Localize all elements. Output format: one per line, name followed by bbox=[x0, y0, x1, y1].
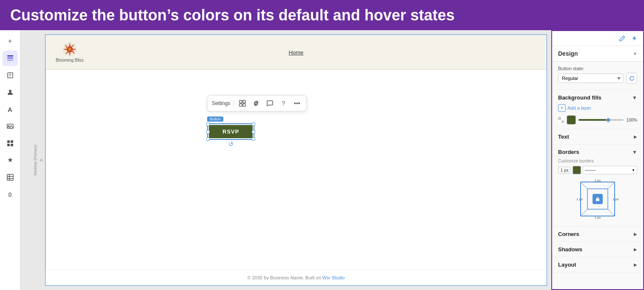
svg-rect-12 bbox=[11, 144, 13, 146]
banner-text: Customize the button’s colors on its def… bbox=[10, 6, 455, 24]
svg-rect-28 bbox=[239, 100, 242, 103]
sidebar-icon-code[interactable]: {} bbox=[3, 187, 18, 202]
toolbar-icon-link[interactable] bbox=[251, 98, 261, 108]
sidebar-icon-interactions[interactable] bbox=[3, 153, 18, 168]
border-style-select[interactable]: ──── ▼ bbox=[583, 166, 637, 174]
rsvp-button-container[interactable]: RSVP bbox=[207, 123, 254, 140]
toolbar-divider bbox=[234, 100, 234, 107]
sidebar-icon-layers[interactable] bbox=[3, 51, 18, 66]
corners-title: Corners bbox=[558, 231, 579, 237]
opacity-slider[interactable] bbox=[578, 119, 624, 121]
border-top-value: 1 px bbox=[594, 179, 601, 182]
svg-rect-11 bbox=[7, 144, 10, 146]
add-layer-button[interactable]: + Add a layer bbox=[558, 104, 591, 112]
svg-point-27 bbox=[68, 48, 71, 51]
site-logo: Blooming Bliss bbox=[56, 42, 84, 63]
svg-rect-9 bbox=[7, 140, 10, 143]
svg-point-6 bbox=[9, 90, 11, 92]
nav-home[interactable]: Home bbox=[289, 49, 304, 56]
layout-title: Layout bbox=[558, 262, 576, 268]
layout-section[interactable]: Layout ▶ bbox=[552, 257, 643, 273]
toolbar-icon-grid[interactable] bbox=[237, 98, 248, 108]
resize-handle-mr[interactable] bbox=[252, 130, 255, 134]
floating-toolbar: Settings bbox=[207, 95, 307, 111]
svg-line-40 bbox=[581, 182, 587, 189]
border-left-value: 1 px bbox=[576, 197, 583, 201]
svg-rect-13 bbox=[7, 174, 13, 180]
opacity-thumb[interactable] bbox=[606, 118, 610, 122]
button-wrapper: Button RSVP ↺ bbox=[207, 114, 254, 140]
footer-text: © 2035 by Business Name. Built on bbox=[248, 275, 321, 280]
sidebar-icon-table[interactable] bbox=[3, 170, 18, 185]
border-lock-button[interactable] bbox=[593, 194, 603, 204]
button-state-row: Regular Hover Pressed Disabled bbox=[558, 73, 637, 84]
resize-handle-tl[interactable] bbox=[206, 122, 210, 126]
logo-image bbox=[62, 42, 77, 57]
resize-handle-tr[interactable] bbox=[252, 122, 255, 126]
text-section-title: Text bbox=[558, 134, 569, 140]
svg-rect-3 bbox=[8, 73, 13, 78]
text-section[interactable]: Text ▶ bbox=[552, 129, 643, 145]
borders-arrow[interactable]: ▼ bbox=[632, 149, 637, 155]
resize-handle-bl[interactable] bbox=[206, 137, 210, 141]
svg-rect-10 bbox=[11, 140, 13, 143]
svg-rect-31 bbox=[243, 104, 245, 106]
bg-fills-arrow[interactable]: ▼ bbox=[632, 95, 637, 101]
panel-title-arrow: ▼ bbox=[633, 51, 637, 56]
site-footer: © 2035 by Business Name. Built on Wix St… bbox=[46, 270, 547, 285]
footer-link[interactable]: Wix Studio bbox=[322, 275, 345, 280]
shadows-arrow: ▶ bbox=[634, 247, 637, 252]
canvas-area: Desktop (Primary) D bbox=[20, 30, 551, 290]
toolbar-icon-more[interactable]: ••• bbox=[292, 98, 302, 108]
fill-row: 100% bbox=[558, 115, 637, 125]
shadows-title: Shadows bbox=[558, 246, 582, 253]
sidebar-icon-people[interactable] bbox=[3, 85, 18, 100]
bg-fills-title: Background fills bbox=[558, 94, 601, 101]
resize-handle-br[interactable] bbox=[252, 137, 255, 141]
rotate-handle[interactable]: ↺ bbox=[228, 141, 234, 148]
svg-rect-1 bbox=[7, 57, 13, 59]
svg-rect-29 bbox=[243, 100, 245, 103]
sidebar-icon-pages[interactable] bbox=[3, 68, 18, 83]
button-state-section: Button state: Regular Hover Pressed Disa… bbox=[552, 62, 643, 90]
site-nav: Home bbox=[289, 48, 304, 56]
right-panel: Design ▼ Button state: Regular Hover Pre… bbox=[551, 30, 644, 290]
panel-lightning-icon[interactable] bbox=[630, 34, 639, 43]
customize-borders-label: Customize borders bbox=[558, 159, 637, 163]
fill-color-swatch[interactable] bbox=[567, 115, 576, 125]
site-body: Settings bbox=[46, 70, 547, 286]
panel-header: Design ▼ bbox=[552, 46, 643, 62]
button-tag-label: Button bbox=[207, 117, 223, 122]
svg-rect-44 bbox=[596, 199, 599, 201]
svg-line-42 bbox=[608, 209, 615, 216]
site-logo-text: Blooming Bliss bbox=[56, 58, 84, 63]
grid-pattern-icon bbox=[558, 117, 564, 123]
border-right-value: 1 px bbox=[613, 197, 619, 201]
sidebar-icon-apps[interactable] bbox=[3, 136, 18, 151]
text-section-arrow: ▶ bbox=[634, 134, 637, 139]
corners-section[interactable]: Corners ▶ bbox=[552, 227, 643, 242]
border-px-value[interactable]: 1 px bbox=[558, 167, 571, 174]
state-sync-button[interactable] bbox=[626, 73, 637, 84]
bg-fills-section: Background fills ▼ + Add a layer bbox=[552, 90, 643, 129]
toolbar-settings-label: Settings bbox=[212, 100, 230, 106]
border-diagram-wrapper: 1 px 1 px 1 px 1 px bbox=[558, 178, 637, 220]
bg-fills-header: Background fills ▼ bbox=[558, 94, 637, 101]
sidebar-icon-text[interactable]: A bbox=[3, 102, 18, 117]
add-layer-plus-icon: + bbox=[558, 104, 566, 112]
sidebar-icon-plus[interactable]: + bbox=[3, 34, 18, 49]
shadows-section[interactable]: Shadows ▶ bbox=[552, 242, 643, 257]
button-state-select[interactable]: Regular Hover Pressed Disabled bbox=[558, 74, 624, 83]
rsvp-button[interactable]: RSVP bbox=[209, 125, 253, 138]
toolbar-icon-comment[interactable] bbox=[265, 98, 275, 108]
panel-pencil-icon[interactable] bbox=[618, 34, 627, 43]
resize-handle-ml[interactable] bbox=[206, 130, 210, 134]
borders-header: Borders ▼ bbox=[558, 149, 637, 155]
tutorial-banner: Customize the button’s colors on its def… bbox=[0, 0, 644, 30]
left-sidebar: + A bbox=[0, 30, 20, 290]
border-color-swatch[interactable] bbox=[573, 166, 581, 174]
svg-rect-30 bbox=[239, 104, 242, 106]
toolbar-icon-help[interactable]: ? bbox=[278, 98, 288, 108]
borders-section: Borders ▼ Customize borders 1 px ──── ▼ bbox=[552, 145, 643, 227]
sidebar-icon-image[interactable] bbox=[3, 119, 18, 134]
